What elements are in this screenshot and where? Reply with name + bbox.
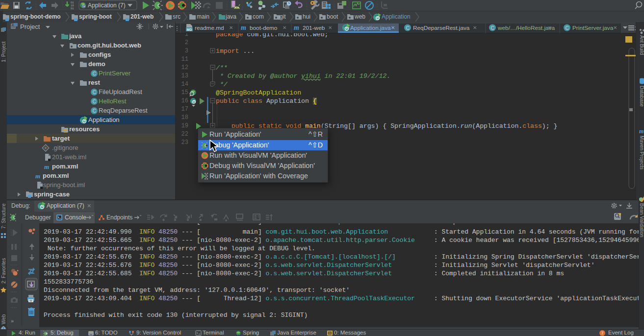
svg-text:m: m xyxy=(241,24,246,31)
svg-text:Application (7): Application (7) xyxy=(88,2,126,9)
svg-text:7: 7 xyxy=(601,331,604,336)
svg-text:": " xyxy=(140,214,141,219)
svg-text:m: m xyxy=(639,128,644,134)
svg-text:MD: MD xyxy=(187,28,192,31)
svg-text:C: C xyxy=(82,5,85,8)
svg-text:01: 01 xyxy=(71,7,74,10)
svg-text:»: » xyxy=(11,318,14,324)
svg-text:m: m xyxy=(294,24,299,31)
svg-text:": " xyxy=(92,214,93,219)
